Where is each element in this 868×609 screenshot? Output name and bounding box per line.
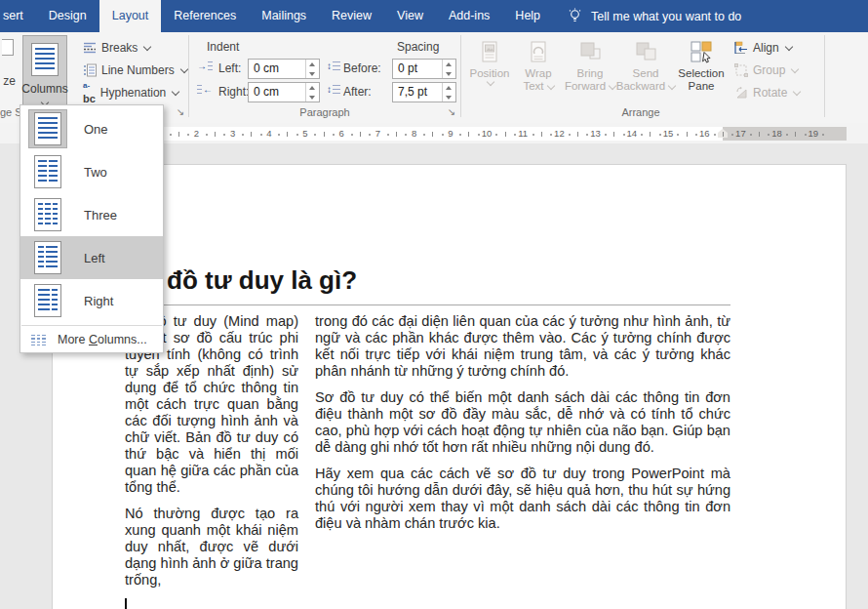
tab-layout[interactable]: Layout [99,0,162,32]
chevron-down-icon [791,64,799,72]
hyphenation-label: Hyphenation [100,86,166,100]
indent-right-input[interactable]: 0 cm [248,82,320,102]
size-button-label: ze [0,74,19,88]
ruler-number: 11 [518,128,528,139]
ruler-number: 4 [266,128,271,139]
columns-button-label: Columns [21,82,67,96]
columns-small-icon [31,335,46,345]
hyphenation-button[interactable]: a-bc Hyphenation [83,84,178,101]
indent-label: Indent [207,40,239,54]
ribbon-tab-bar: sert Design Layout References Mailings R… [0,0,868,32]
indent-left-input[interactable]: 0 cm [248,59,320,79]
ruler-number: 13 [590,128,601,139]
indent-left-value: 0 cm [254,61,279,75]
bring-forward-label-2: Forward [565,80,606,93]
spacing-after-label: After: [343,85,372,99]
ruler-number: 5 [302,128,307,139]
columns-menu-item-one[interactable]: One [20,107,163,150]
spacing-before-input[interactable]: 0 pt [392,59,456,79]
send-backward-icon [633,38,658,67]
more-columns-label: More [58,333,89,346]
breaks-button[interactable]: Breaks [83,39,150,56]
indent-right-stepper[interactable] [305,83,319,102]
indent-right-label: Right: [218,85,249,99]
tab-references[interactable]: References [161,0,249,32]
tab-design[interactable]: Design [36,0,99,32]
indent-left-stepper[interactable] [305,60,319,78]
size-button-partial[interactable]: ze [0,35,19,107]
columns-menu-item-more-columns[interactable]: More Columns... [20,329,163,350]
tab-mailings[interactable]: Mailings [249,0,319,32]
left-columns-icon [28,238,67,277]
ruler-number: 19 [809,128,819,139]
menu-item-label: Right [84,294,113,308]
position-button: Position [465,35,514,103]
group-button: Group [734,61,798,78]
paragraph[interactable]: trong đó các đại diện liên quan của các … [315,313,730,380]
tab-view[interactable]: View [384,0,436,32]
indent-left-label: Left: [218,61,241,75]
ruler-number: 10 [482,128,493,139]
hyphenation-icon: a-bc [83,81,96,103]
paragraph-group-label: Paragraph [293,106,357,118]
send-backward-label-2: Backward [616,80,666,93]
line-numbers-button[interactable]: Line Numbers [83,61,187,78]
ruler-number: 7 [375,128,380,139]
columns-menu-item-left[interactable]: Left [20,236,163,279]
paragraph-dialog-launcher-icon[interactable]: ↘ [445,105,458,119]
page-size-icon [2,39,14,56]
columns-button[interactable]: Columns [22,35,67,107]
columns-menu-item-right[interactable]: Right [20,279,163,322]
columns-menu-item-three[interactable]: Three [20,193,163,236]
tell-me-box[interactable]: Tell me what you want to do [567,0,741,32]
send-backward-button: Send Backward [617,35,674,103]
chevron-down-icon [487,78,494,86]
document-page[interactable]: Sơ đồ tư duy là gì? Sơ đồ tư duy (Mind m… [52,164,847,609]
menu-item-label: One [84,122,108,137]
selection-pane-button[interactable]: Selection Pane [674,35,729,103]
group-icon [734,63,748,77]
ruler-number: 9 [448,128,453,139]
paragraph[interactable]: Nó thường được tạo ra xung quanh một khá… [125,506,298,589]
columns-icon [31,43,59,76]
chevron-down-icon [793,87,801,95]
chevron-down-icon [784,42,792,50]
columns-dropdown-menu: One Two Three Left Right More Columns... [20,104,164,353]
menu-item-label: Two [84,165,107,180]
page-setup-dialog-launcher-icon[interactable]: ↘ [174,105,187,119]
wrap-text-icon [527,38,550,67]
document-title[interactable]: Sơ đồ tư duy là gì? [125,265,730,305]
selection-pane-icon [689,38,714,67]
tab-review[interactable]: Review [319,0,384,32]
group-label: Group [753,63,785,77]
align-button[interactable]: Align [734,39,792,56]
spacing-after-stepper[interactable] [442,83,455,102]
lightbulb-icon [567,8,583,24]
align-label: Align [753,41,779,55]
paragraph[interactable]: Sơ đồ tư duy có thể biến một danh sách d… [315,389,730,456]
one-column-icon [28,109,67,148]
tab-help[interactable]: Help [502,0,553,32]
send-backward-label-1: Send [633,67,659,80]
wrap-text-label-1: Wrap [525,67,551,80]
paragraph[interactable]: Hãy xem qua các cách vẽ sơ đồ tư duy tro… [315,466,730,532]
ruler-number: 3 [230,128,235,139]
spacing-label: Spacing [397,40,439,54]
columns-menu-item-two[interactable]: Two [20,150,163,193]
wrap-text-label-2: Text [523,80,543,93]
bring-forward-button: Bring Forward [563,35,617,103]
spacing-after-input[interactable]: 7,5 pt [392,82,456,102]
breaks-label: Breaks [101,41,138,55]
menu-item-label: Three [84,208,117,223]
spacing-before-label: Before: [343,61,381,75]
tab-add-ins[interactable]: Add-ins [436,0,502,32]
breaks-icon [83,41,97,55]
indent-left-icon: → [197,61,213,71]
line-numbers-icon [83,63,97,77]
spacing-before-stepper[interactable] [442,60,455,78]
chevron-down-icon [546,81,554,89]
spacing-before-icon: ↕ [326,61,341,71]
align-icon [734,41,748,55]
tab-insert-partial[interactable]: sert [0,0,36,32]
three-columns-icon [28,195,67,234]
